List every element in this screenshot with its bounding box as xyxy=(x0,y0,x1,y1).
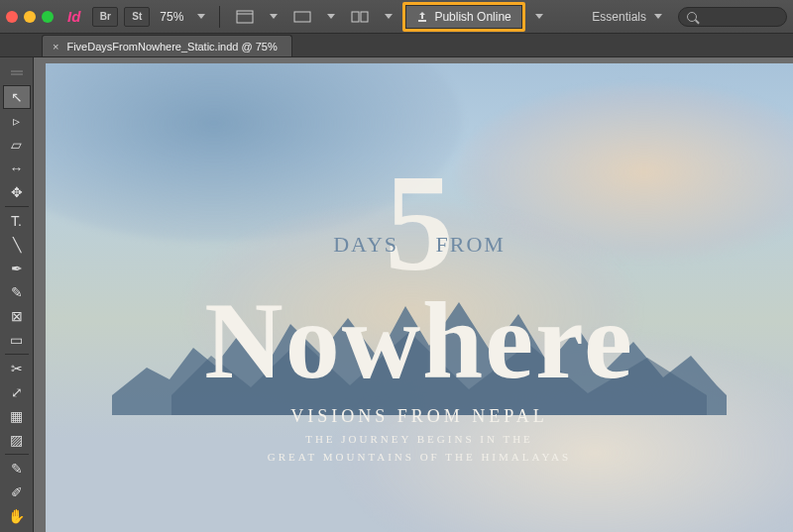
selection-tool[interactable]: ↖ xyxy=(3,85,31,109)
tools-grip[interactable] xyxy=(3,61,31,85)
application-bar: Id Br St 75% Publish Online Essentials xyxy=(0,0,793,34)
type-tool[interactable]: T. xyxy=(3,209,31,233)
window-close-button[interactable] xyxy=(6,11,18,23)
tools-panel: ↖ ▹ ▱ ↔ ✥ T. ╲ ✒ ✎ ⊠ ▭ ✂ ⤢ ▦ ▨ ✎ ✐ ✋ xyxy=(0,57,34,532)
hero-subtitle: VISIONS FROM NEPAL xyxy=(102,406,736,427)
document-tab-title: FiveDaysFromNowhere_Static.indd @ 75% xyxy=(66,41,277,53)
publish-online-label: Publish Online xyxy=(434,10,510,24)
publish-online-dropdown-icon[interactable] xyxy=(535,14,543,19)
document-tab-bar: × FiveDaysFromNowhere_Static.indd @ 75% xyxy=(0,34,793,57)
content-collector-tool[interactable]: ✥ xyxy=(3,180,31,204)
hero-line2: GREAT MOUNTAINS OF THE HIMALAYAS xyxy=(102,451,736,463)
hand-tool[interactable]: ✋ xyxy=(3,504,31,528)
workspace-switcher[interactable]: Essentials xyxy=(586,10,672,24)
stock-button[interactable]: St xyxy=(124,7,150,27)
arrange-documents-button[interactable] xyxy=(345,6,375,28)
hero-title-block: 5 DAYS FROM Nowhere VISIONS FROM NEPAL T… xyxy=(102,170,736,463)
svg-rect-4 xyxy=(361,12,368,22)
free-transform-tool[interactable]: ⤢ xyxy=(3,380,31,404)
window-zoom-button[interactable] xyxy=(42,11,54,23)
search-input[interactable] xyxy=(678,7,787,27)
divider xyxy=(219,6,220,28)
svg-rect-0 xyxy=(237,11,253,23)
zoom-dropdown-icon[interactable] xyxy=(197,14,205,19)
document-page[interactable]: 5 DAYS FROM Nowhere VISIONS FROM NEPAL T… xyxy=(46,63,793,532)
hero-days-from: DAYS FROM xyxy=(333,232,506,258)
app-logo: Id xyxy=(67,8,80,25)
publish-online-highlight: Publish Online xyxy=(402,2,524,32)
view-options-dropdown-icon[interactable] xyxy=(270,14,278,19)
screen-mode-dropdown-icon[interactable] xyxy=(327,14,335,19)
upload-icon xyxy=(416,11,428,23)
bridge-button[interactable]: Br xyxy=(92,7,118,27)
gradient-swatch-tool[interactable]: ▦ xyxy=(3,404,31,428)
screen-mode-button[interactable] xyxy=(287,6,317,28)
hero-line1: THE JOURNEY BEGINS IN THE xyxy=(102,433,736,445)
rectangle-tool[interactable]: ▭ xyxy=(3,328,31,352)
tool-separator xyxy=(5,206,29,207)
rectangle-frame-tool[interactable]: ⊠ xyxy=(3,304,31,328)
scissors-tool[interactable]: ✂ xyxy=(3,357,31,380)
window-minimize-button[interactable] xyxy=(24,11,36,23)
eyedropper-tool[interactable]: ✐ xyxy=(3,480,31,504)
view-options-button[interactable] xyxy=(230,6,260,28)
arrange-documents-dropdown-icon[interactable] xyxy=(385,14,393,19)
pen-tool[interactable]: ✒ xyxy=(3,257,31,280)
gap-tool[interactable]: ↔ xyxy=(3,157,31,180)
pencil-tool[interactable]: ✎ xyxy=(3,280,31,304)
hero-number: 5 xyxy=(385,170,454,274)
search-icon xyxy=(687,12,697,22)
line-tool[interactable]: ╲ xyxy=(3,233,31,257)
tool-separator xyxy=(5,454,29,455)
workspace-label: Essentials xyxy=(592,10,646,24)
page-tool[interactable]: ▱ xyxy=(3,133,31,157)
hero-nowhere: Nowhere xyxy=(102,292,736,390)
document-canvas-area: 5 DAYS FROM Nowhere VISIONS FROM NEPAL T… xyxy=(34,57,793,532)
window-controls xyxy=(6,11,54,23)
svg-rect-2 xyxy=(294,12,310,22)
svg-rect-3 xyxy=(352,12,359,22)
note-tool[interactable]: ✎ xyxy=(3,457,31,480)
workspace-dropdown-icon xyxy=(654,14,662,19)
gradient-feather-tool[interactable]: ▨ xyxy=(3,428,31,452)
tool-separator xyxy=(5,354,29,355)
svg-rect-5 xyxy=(418,20,426,22)
zoom-level[interactable]: 75% xyxy=(156,10,187,24)
close-tab-icon[interactable]: × xyxy=(53,41,58,53)
direct-selection-tool[interactable]: ▹ xyxy=(3,109,31,133)
publish-online-button[interactable]: Publish Online xyxy=(405,5,521,29)
document-tab[interactable]: × FiveDaysFromNowhere_Static.indd @ 75% xyxy=(42,35,292,56)
